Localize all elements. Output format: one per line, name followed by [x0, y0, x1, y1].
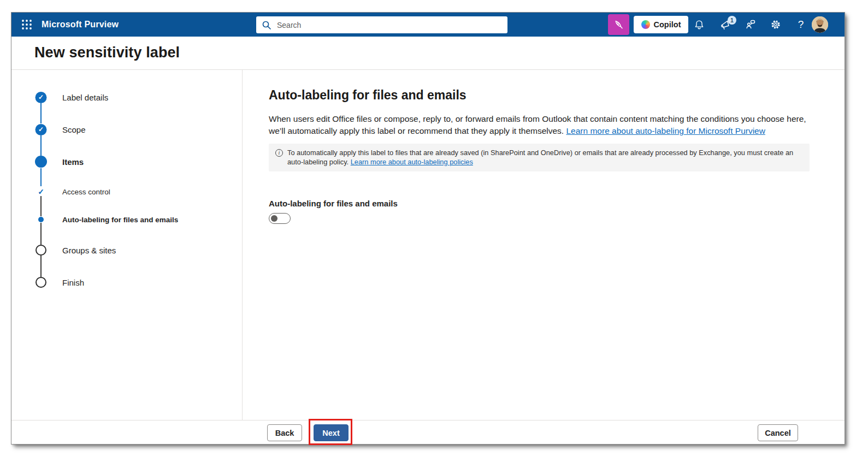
step-label: Scope: [62, 125, 86, 134]
wizard-substep-access-control[interactable]: ✓ Access control: [11, 185, 237, 198]
app-window: Microsoft Purview: [11, 12, 845, 445]
next-button[interactable]: Next: [314, 424, 349, 441]
search-box[interactable]: [256, 16, 507, 33]
rocket-icon: [612, 18, 625, 31]
auto-labeling-policies-link[interactable]: Learn more about auto-labeling policies: [351, 158, 473, 166]
waffle-icon: [21, 19, 33, 31]
substep-check-icon: ✓: [38, 187, 44, 196]
content-heading: Auto-labeling for files and emails: [269, 88, 810, 103]
wizard-step-scope[interactable]: ✓ Scope: [11, 123, 237, 136]
feedback-button[interactable]: [739, 13, 762, 37]
back-button[interactable]: Back: [267, 424, 302, 441]
settings-button[interactable]: [764, 13, 787, 37]
help-button[interactable]: ?: [789, 13, 812, 37]
step-connector: [40, 223, 42, 245]
step-label: Items: [62, 157, 84, 167]
wizard-substep-auto-labeling[interactable]: Auto-labeling for files and emails: [11, 213, 237, 226]
upcoming-step-circle: [36, 277, 46, 288]
step-label: Label details: [62, 93, 108, 102]
step-connector: [40, 135, 42, 156]
active-step-dot: [35, 156, 47, 168]
wizard-footer: Back Next Cancel: [11, 420, 845, 444]
learn-more-purview-link[interactable]: Learn more about auto-labeling for Micro…: [566, 126, 765, 135]
copilot-button[interactable]: Copilot: [634, 16, 688, 33]
notification-badge: 1: [728, 16, 736, 25]
app-title: Microsoft Purview: [42, 13, 119, 37]
wizard-nav: ✓ Label details ✓ Scope Items ✓ Access c…: [11, 70, 243, 421]
completed-check-icon: ✓: [36, 92, 47, 103]
copilot-icon: [641, 20, 650, 29]
avatar[interactable]: [812, 16, 828, 33]
toggle-label: Auto-labeling for files and emails: [269, 199, 810, 208]
gear-icon: [770, 19, 782, 31]
search-input[interactable]: [276, 20, 502, 30]
upcoming-step-circle: [36, 245, 46, 256]
notifications-button[interactable]: [688, 13, 711, 37]
step-label: Finish: [62, 278, 84, 287]
auto-labeling-section: Auto-labeling for files and emails: [269, 199, 810, 224]
bell-icon: [693, 19, 705, 31]
step-connector: [40, 103, 42, 123]
active-substep-dot: [38, 217, 44, 222]
completed-check-icon: ✓: [36, 124, 47, 135]
step-label: Access control: [62, 188, 110, 196]
cancel-button[interactable]: Cancel: [758, 424, 798, 441]
question-mark-icon: ?: [798, 19, 804, 31]
main-content: Auto-labeling for files and emails When …: [269, 70, 810, 224]
copilot-label: Copilot: [654, 20, 681, 29]
step-connector: [40, 256, 42, 277]
toggle-knob: [271, 215, 277, 222]
promo-button[interactable]: [608, 14, 629, 35]
step-label: Groups & sites: [62, 246, 116, 255]
intro-paragraph: When users edit Office files or compose,…: [269, 113, 810, 137]
auto-labeling-toggle[interactable]: [269, 213, 291, 224]
wizard-step-groups-sites[interactable]: Groups & sites: [11, 244, 237, 257]
whats-new-button[interactable]: 1: [713, 13, 738, 37]
info-icon: i: [275, 149, 283, 157]
top-bar: Microsoft Purview: [11, 13, 845, 37]
app-launcher-button[interactable]: [16, 13, 38, 37]
person-feedback-icon: [744, 18, 757, 31]
wizard-step-items[interactable]: Items: [11, 155, 237, 168]
wizard-step-label-details[interactable]: ✓ Label details: [11, 91, 237, 104]
search-icon: [262, 20, 271, 30]
step-connector: [40, 168, 42, 186]
info-banner: i To automatically apply this label to f…: [269, 144, 810, 171]
step-label: Auto-labeling for files and emails: [62, 216, 178, 224]
wizard-step-finish[interactable]: Finish: [11, 276, 237, 289]
page-title: New sensitivity label: [34, 44, 180, 61]
